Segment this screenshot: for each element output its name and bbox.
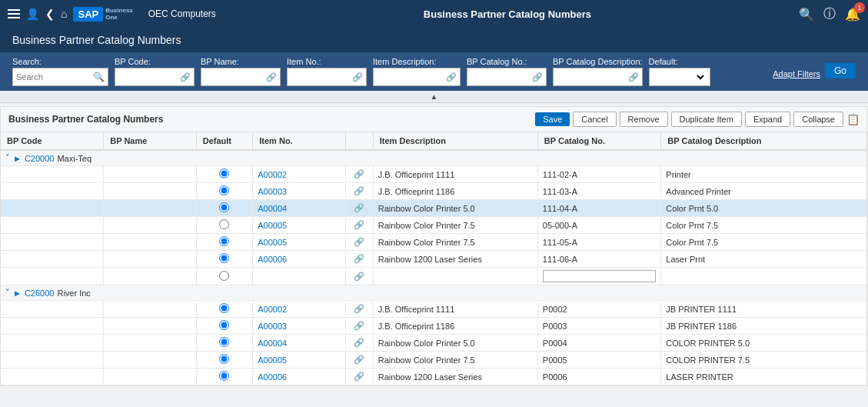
group-expand-icon-c20000[interactable]: ˅: [5, 153, 10, 163]
go-button[interactable]: Go: [825, 63, 856, 78]
item-link-icon[interactable]: 🔗: [354, 321, 364, 330]
item-link-icon[interactable]: 🔗: [354, 220, 364, 229]
save-button[interactable]: Save: [535, 112, 570, 126]
item-no-filter-group: Item No.: 🔗: [287, 57, 367, 86]
item-link-icon[interactable]: 🔗: [354, 203, 364, 212]
collapse-toggle-icon[interactable]: ▲: [431, 92, 438, 101]
expand-button[interactable]: Expand: [745, 112, 790, 127]
notification-count: 1: [854, 2, 865, 13]
adapt-filters-button[interactable]: Adapt Filters: [773, 69, 820, 78]
td-bp-name: [104, 335, 196, 352]
group-bp-code-c20000[interactable]: C20000: [25, 154, 55, 163]
default-radio[interactable]: [219, 219, 229, 229]
copy-icon[interactable]: 📋: [846, 113, 860, 125]
filter-bar: Search: 🔍 BP Code: 🔗 BP Name: 🔗 Item No.…: [0, 52, 868, 91]
item-no-link[interactable]: A00005: [258, 238, 287, 247]
item-link-icon[interactable]: 🔗: [354, 186, 364, 195]
catalog-no-input[interactable]: [543, 270, 657, 282]
bp-name-label: BP Name:: [201, 57, 281, 66]
item-no-link[interactable]: A00003: [258, 187, 287, 196]
group-bp-code-c26000[interactable]: C26000: [25, 289, 55, 298]
user-icon[interactable]: 👤: [26, 8, 39, 20]
item-no-link[interactable]: A00006: [258, 372, 287, 382]
default-radio[interactable]: [219, 303, 229, 313]
item-link-icon[interactable]: 🔗: [354, 372, 364, 381]
item-no-input[interactable]: [291, 72, 352, 82]
td-bp-catalog-no: 111-05-A: [537, 234, 661, 251]
default-radio[interactable]: [219, 236, 229, 246]
group-drill-icon-c20000[interactable]: ►: [13, 154, 22, 163]
item-link-icon[interactable]: 🔗: [354, 169, 364, 178]
table-row: A00005 🔗 Rainbow Color Printer 7.5 111-0…: [1, 234, 867, 251]
item-no-link[interactable]: A00003: [258, 322, 287, 331]
bp-code-link-icon[interactable]: 🔗: [180, 72, 191, 82]
default-radio[interactable]: [219, 371, 229, 381]
item-link-icon[interactable]: 🔗: [354, 272, 364, 281]
menu-icon[interactable]: [8, 9, 20, 18]
td-bp-code: [1, 251, 104, 268]
item-desc-input[interactable]: [377, 72, 446, 82]
table-row: A00003 🔗 J.B. Officeprint 1186 P0003 JB …: [1, 318, 867, 335]
item-no-link[interactable]: A00004: [258, 339, 287, 348]
search-nav-icon[interactable]: 🔍: [799, 7, 814, 22]
table-row: A00005 🔗 Rainbow Color Printer 7.5 P0005…: [1, 352, 867, 369]
bp-catalog-desc-link-icon[interactable]: 🔗: [628, 72, 639, 82]
home-icon[interactable]: ⌂: [61, 8, 67, 20]
item-no-link[interactable]: A00006: [258, 255, 287, 264]
bp-code-input[interactable]: [118, 72, 180, 82]
td-item-icon: 🔗: [345, 217, 373, 234]
collapse-button[interactable]: Collapse: [793, 112, 843, 127]
td-bp-name: [104, 318, 196, 335]
col-item-no: Item No.: [253, 132, 345, 150]
group-row-c20000: ˅ ► C20000 Maxi-Teq: [1, 150, 867, 166]
default-radio[interactable]: [219, 168, 229, 178]
bp-catalog-desc-input[interactable]: [557, 72, 628, 82]
td-bp-catalog-desc: Color Prnt 7.5: [661, 217, 867, 234]
item-no-link[interactable]: A00004: [258, 204, 287, 213]
item-no-link[interactable]: A00005: [258, 221, 287, 230]
item-no-link-icon[interactable]: 🔗: [352, 72, 363, 82]
default-radio[interactable]: [219, 185, 229, 195]
item-link-icon[interactable]: 🔗: [354, 254, 364, 263]
company-name: OEC Computers: [148, 8, 216, 19]
bp-catalog-no-link-icon[interactable]: 🔗: [532, 72, 543, 82]
default-radio[interactable]: [219, 271, 229, 281]
search-input[interactable]: [16, 72, 93, 82]
bp-name-link-icon[interactable]: 🔗: [266, 72, 277, 82]
bp-catalog-no-input[interactable]: [471, 72, 532, 82]
default-select[interactable]: Yes No: [653, 72, 707, 82]
item-no-link[interactable]: A00002: [258, 170, 287, 179]
item-no-link[interactable]: A00005: [258, 355, 287, 365]
item-link-icon[interactable]: 🔗: [354, 355, 364, 364]
item-link-icon[interactable]: 🔗: [354, 304, 364, 313]
default-radio[interactable]: [219, 337, 229, 347]
td-bp-name: [104, 251, 196, 268]
td-item-no: A00002: [253, 166, 345, 183]
td-bp-catalog-desc: COLOR PRINTER 5.0: [661, 335, 867, 352]
group-drill-icon-c26000[interactable]: ►: [13, 289, 22, 298]
item-link-icon[interactable]: 🔗: [354, 237, 364, 246]
td-bp-catalog-no: 111-04-A: [537, 200, 661, 217]
td-default: [196, 251, 253, 268]
item-link-icon[interactable]: 🔗: [354, 338, 364, 347]
bp-name-input[interactable]: [205, 72, 266, 82]
notification-bell[interactable]: 🔔 1: [845, 7, 860, 22]
cancel-button[interactable]: Cancel: [573, 112, 616, 127]
back-icon[interactable]: ❮: [45, 8, 55, 20]
item-desc-link-icon[interactable]: 🔗: [446, 72, 457, 82]
table-actions: Save Cancel Remove Duplicate Item Expand…: [535, 112, 860, 127]
duplicate-item-button[interactable]: Duplicate Item: [671, 112, 742, 127]
default-radio[interactable]: [219, 202, 229, 212]
item-no-link[interactable]: A00002: [258, 305, 287, 314]
td-bp-catalog-no: 111-03-A: [537, 183, 661, 200]
default-radio[interactable]: [219, 253, 229, 263]
default-radio[interactable]: [219, 354, 229, 364]
default-radio[interactable]: [219, 320, 229, 330]
td-item-no: A00005: [253, 352, 345, 369]
collapse-bar: ▲: [0, 91, 868, 103]
group-expand-icon-c26000[interactable]: ˅: [5, 288, 10, 298]
page-title: Business Partner Catalog Numbers: [12, 34, 856, 52]
help-icon[interactable]: ⓘ: [823, 6, 836, 22]
td-bp-code: [1, 301, 104, 318]
remove-button[interactable]: Remove: [620, 112, 668, 127]
